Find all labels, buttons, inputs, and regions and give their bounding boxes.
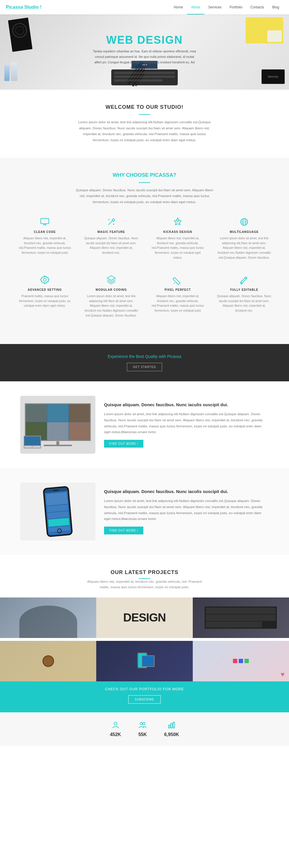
portfolio-subtext: Aliquam libero nisl, imperdiet at, tinci…	[87, 579, 202, 590]
hero-content: WEB DESIGN Tantas equidem urbanitas an h…	[93, 34, 196, 70]
phone-mockup	[43, 486, 73, 537]
feature-section-1-outer: Quisque aliquam. Donec faucibus. Nunc ia…	[0, 381, 289, 468]
portfolio-img-1	[0, 597, 96, 638]
feature-section-2: Quisque aliquam. Donec faucibus. Nunc ia…	[14, 468, 275, 555]
svg-rect-24	[171, 723, 172, 728]
nav-item-about[interactable]: About	[187, 0, 204, 14]
stat-1-number: 452K	[110, 732, 121, 737]
subscribe-section: CHECK OUT OUR PORTFOLIO FOR MORE SUBSCRI…	[0, 679, 289, 712]
portfolio-row-1: DESIGN	[0, 597, 289, 641]
feature-clean-code: CLEAN CODE Aliquam libero nisl, imperdie…	[14, 214, 75, 263]
nav-item-services[interactable]: Services	[204, 0, 226, 14]
why-divider	[139, 182, 150, 183]
portfolio-heading: OUR LATEST PROJECTS	[0, 569, 289, 576]
keyboard-visual	[205, 607, 277, 629]
svg-point-5	[108, 219, 110, 220]
nav-link-about[interactable]: About	[187, 0, 204, 14]
feature-1-desc: Aliquam libero nisl, imperdiet at, tinci…	[17, 236, 72, 255]
portfolio-img-6: ♥	[193, 641, 289, 681]
pencil-icon	[173, 275, 183, 285]
brand[interactable]: Picassa Studio !	[6, 5, 42, 10]
hero-food	[246, 18, 283, 43]
stat-3-icon	[164, 721, 179, 731]
svg-line-19	[245, 277, 247, 279]
portfolio-item-3[interactable]	[193, 597, 289, 638]
portfolio-item-2[interactable]: DESIGN	[96, 597, 192, 638]
feature-section-1: Quisque aliquam. Donec faucibus. Nunc ia…	[14, 381, 275, 468]
stat-1: 452K	[110, 721, 121, 737]
portfolio-item-1[interactable]	[0, 597, 96, 638]
hero-id-card: identity	[261, 69, 285, 84]
hero-keyboard: ◀ ▶ ■	[111, 69, 178, 85]
feature-3-title: KICKASS DESIGN	[150, 230, 205, 234]
monitor-gallery-main	[25, 403, 91, 441]
nav-link-blog[interactable]: Blog	[268, 0, 283, 14]
chart-icon	[168, 721, 176, 729]
layers-icon	[106, 275, 116, 285]
feature-1-button[interactable]: FIND OUT MORE !	[104, 440, 143, 447]
welcome-section: WELCOME TO OUR STUDIO! Lorem ipsum dolor…	[0, 90, 289, 158]
nav-item-home[interactable]: Home	[170, 0, 187, 14]
person-silhouette	[20, 606, 77, 638]
phone-mockup-wrap	[45, 487, 71, 536]
portfolio-item-5[interactable]	[96, 641, 192, 681]
navbar: Picassa Studio ! Home About Services Por…	[0, 0, 289, 14]
feature-2-desc: Quisque aliquam. Donec faucibus. Nunc ia…	[84, 236, 139, 255]
rocket-icon	[173, 217, 183, 227]
feature-2-desc: Lorem ipsum dolor sit amet, test link ad…	[104, 498, 269, 522]
hero-perfume-1	[4, 65, 9, 81]
why-text: Quisque aliquam. Donec faucibus. Nunc ia…	[75, 187, 214, 205]
feature-section-2-outer: Quisque aliquam. Donec faucibus. Nunc ia…	[0, 468, 289, 555]
nav-link-portfolio[interactable]: Portfolio	[226, 0, 247, 14]
hero-notebook	[8, 18, 33, 52]
portfolio-section: OUR LATEST PROJECTS Aliquam libero nisl,…	[0, 555, 289, 679]
hero-keyboard-keys	[114, 72, 175, 82]
secondary-monitor	[24, 436, 41, 448]
svg-rect-0	[41, 218, 49, 224]
welcome-heading: WELCOME TO OUR STUDIO!	[6, 104, 283, 110]
design-label: DESIGN	[123, 611, 166, 624]
feature-1-heading: Quisque aliquam. Donec faucibus. Nunc ia…	[104, 402, 269, 408]
feature-magic: MAGIC FEATURE Quisque aliquam. Donec fau…	[81, 214, 142, 263]
nav-link-services[interactable]: Services	[204, 0, 226, 14]
coffee-cup	[42, 655, 54, 667]
feature-8-desc: Quisque aliquam. Donec faucibus. Nunc ia…	[217, 294, 272, 313]
portfolio-img-2: DESIGN	[96, 597, 192, 638]
hero-text: Tantas equidem urbanitas an has. Eam id …	[93, 49, 196, 70]
get-started-button[interactable]: GET STARTED	[127, 363, 162, 371]
feature-1-title: CLEAN CODE	[17, 230, 72, 234]
stat-3-number: 6,950K	[164, 732, 179, 737]
hero-perfume-2	[11, 62, 17, 81]
heart-icon: ♥	[281, 671, 285, 679]
feature-multilang: MULTILANGUAGE Lorem ipsum dolor sit amet…	[214, 214, 275, 263]
features-grid-1: CLEAN CODE Aliquam libero nisl, imperdie…	[14, 214, 275, 263]
nav-link-contacts[interactable]: Contacts	[247, 0, 268, 14]
nav-item-portfolio[interactable]: Portfolio	[226, 0, 247, 14]
features-grid-2: ADVANCED SETTING Praesent mattis, massa …	[14, 272, 275, 321]
hero-title: WEB DESIGN	[93, 34, 196, 46]
phone-tablet-visual	[137, 652, 152, 670]
feature-7-title: PIXEL PERFECT	[150, 288, 205, 291]
monitor-stand	[57, 441, 59, 445]
tablet-small	[142, 655, 155, 667]
feature-advanced: ADVANCED SETTING Praesent mattis, massa …	[14, 272, 75, 321]
feature-modular: MODULAR CODING Lorem ipsum dolor sit ame…	[81, 272, 142, 321]
nav-item-contacts[interactable]: Contacts	[247, 0, 268, 14]
portfolio-item-4[interactable]	[0, 641, 96, 681]
svg-line-16	[174, 283, 175, 284]
feature-2-button[interactable]: FIND OUT MORE !	[104, 527, 143, 534]
stat-1-icon	[110, 721, 121, 731]
portfolio-img-5	[96, 641, 192, 681]
welcome-divider	[139, 114, 150, 115]
why-section: WHY CHOOSE PICASSA? Quisque aliquam. Don…	[0, 158, 289, 344]
portfolio-row-2: ♥	[0, 641, 289, 679]
feature-4-title: MULTILANGUAGE	[217, 230, 272, 234]
magic-icon	[106, 217, 116, 227]
portfolio-item-6[interactable]: ♥	[193, 641, 289, 681]
feature-editable: FULLY EDITABLE Quisque aliquam. Donec fa…	[214, 272, 275, 321]
svg-line-3	[108, 221, 112, 225]
nav-link-home[interactable]: Home	[170, 0, 187, 14]
subscribe-button[interactable]: SUBSCRIBE	[128, 695, 161, 704]
nav-item-blog[interactable]: Blog	[268, 0, 283, 14]
svg-point-22	[143, 722, 145, 725]
